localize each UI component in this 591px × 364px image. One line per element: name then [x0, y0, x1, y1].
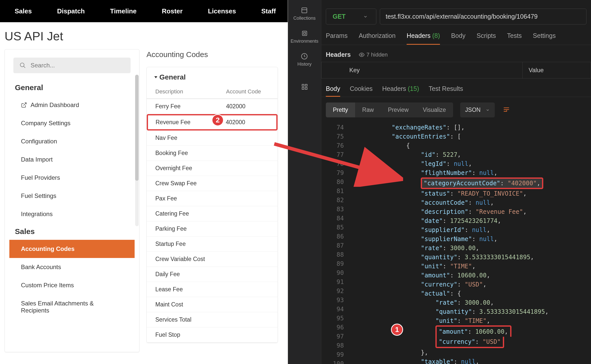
acct-row[interactable]: Crew Variable Cost [147, 252, 278, 267]
postman-main: GET test.fl3xx.com/api/external/accounti… [321, 0, 591, 364]
sidebar-item-data-import[interactable]: Data Import [9, 150, 135, 169]
topnav-licenses[interactable]: Licenses [195, 7, 249, 15]
kv-header: Key Value [321, 62, 591, 79]
view-preview[interactable]: Preview [381, 102, 416, 117]
search-box[interactable] [13, 58, 131, 73]
view-visualize[interactable]: Visualize [416, 102, 453, 117]
collections-icon [301, 7, 308, 14]
acct-row[interactable]: Lease Fee [147, 282, 278, 297]
sidebar-item-configuration[interactable]: Configuration [9, 132, 135, 150]
method-label: GET [333, 13, 346, 20]
section-general: General [9, 79, 135, 96]
tab-authorization[interactable]: Authorization [359, 32, 396, 45]
environments-icon [301, 30, 308, 37]
resp-tab-headers[interactable]: Headers (15) [382, 85, 419, 97]
tab-body[interactable]: Body [451, 32, 465, 45]
topnav-timeline[interactable]: Timeline [97, 7, 149, 15]
method-select[interactable]: GET [326, 9, 376, 24]
tab-settings[interactable]: Settings [533, 32, 556, 45]
svg-rect-6 [304, 32, 306, 34]
acct-row[interactable]: Ferry Fee402000 [147, 99, 278, 114]
rail-collections[interactable]: Collections [293, 4, 315, 24]
top-nav: SalesDispatchTimelineRosterLicensesStaff [0, 0, 288, 22]
sidebar-item-company-settings[interactable]: Company Settings [9, 114, 135, 132]
wrap-toggle[interactable] [500, 103, 513, 117]
col-account-code: Account Code [226, 88, 269, 95]
topnav-staff[interactable]: Staff [249, 7, 288, 15]
svg-rect-9 [305, 84, 307, 86]
url-input[interactable]: test.fl3xx.com/api/external/accounting/b… [380, 9, 586, 24]
svg-rect-5 [302, 31, 307, 36]
tab-scripts[interactable]: Scripts [477, 32, 496, 45]
sidebar-item-sales-email-attachments-recipients[interactable]: Sales Email Attachments & Recipients [9, 294, 135, 320]
svg-line-2 [23, 103, 26, 106]
chevron-down-icon [486, 108, 490, 112]
col-description: Description [155, 88, 226, 95]
tab-tests[interactable]: Tests [507, 32, 522, 45]
eye-icon [359, 52, 364, 58]
topnav-sales[interactable]: Sales [10, 7, 44, 15]
scroll-thumb[interactable] [135, 75, 139, 181]
sidebar-item-admin-dashboard[interactable]: Admin Dashboard [9, 96, 135, 114]
wrap-icon [503, 106, 510, 113]
section-sales: Sales [9, 223, 135, 240]
request-tabs: ParamsAuthorizationHeaders (8)BodyScript… [321, 24, 591, 45]
search-input[interactable] [31, 62, 125, 69]
acct-row[interactable]: Parking Fee [147, 221, 278, 237]
response-tabs: BodyCookiesHeaders (15)Test Results [321, 79, 591, 97]
grid-icon [301, 83, 308, 91]
sidebar-item-bank-accounts[interactable]: Bank Accounts [9, 258, 135, 276]
rail-history[interactable]: History [297, 50, 311, 70]
acct-row[interactable]: Nav Fee [147, 131, 278, 146]
sidebar-item-integrations[interactable]: Integrations [9, 205, 135, 223]
acct-row[interactable]: Maint Cost [147, 297, 278, 312]
view-row: PrettyRawPreviewVisualize JSON [321, 97, 591, 123]
topnav-roster[interactable]: Roster [149, 7, 195, 15]
content-row: GeneralAdmin DashboardCompany SettingsCo… [0, 47, 288, 364]
history-icon [301, 53, 308, 60]
acct-title: Accounting Codes [146, 50, 288, 59]
acct-row[interactable]: Daily Fee [147, 267, 278, 282]
resp-tab-cookies[interactable]: Cookies [350, 85, 373, 97]
view-raw[interactable]: Raw [355, 102, 381, 117]
topnav-dispatch[interactable]: Dispatch [44, 7, 97, 15]
sidebar: GeneralAdmin DashboardCompany SettingsCo… [5, 49, 139, 352]
tab-params[interactable]: Params [326, 32, 348, 45]
acct-row[interactable]: Overnight Fee [147, 161, 278, 176]
acct-row[interactable]: Catering Fee [147, 206, 278, 221]
scrollbar[interactable] [135, 75, 139, 226]
sidebar-item-custom-price-items[interactable]: Custom Price Items [9, 276, 135, 294]
resp-tab-test-results[interactable]: Test Results [429, 85, 463, 97]
acct-card: General Description Account Code Ferry F… [146, 67, 278, 343]
table-header: Description Account Code [147, 86, 278, 99]
acct-row[interactable]: Booking Fee [147, 146, 278, 161]
format-select[interactable]: JSON [460, 102, 495, 117]
kv-key-header: Key [322, 62, 523, 78]
sidebar-item-fuel-settings[interactable]: Fuel Settings [9, 187, 135, 205]
acct-panel: Accounting Codes General Description Acc… [146, 49, 288, 364]
resp-tab-body[interactable]: Body [326, 85, 340, 97]
response-body[interactable]: 7475767778798081828384858687888990919293… [321, 123, 591, 364]
svg-point-12 [361, 54, 362, 56]
rail-environments[interactable]: Environments [290, 27, 318, 47]
acct-row[interactable]: Pax Fee [147, 191, 278, 206]
headers-subrow: Headers 7 hidden [321, 45, 591, 62]
hidden-toggle[interactable]: 7 hidden [359, 51, 388, 58]
view-pretty[interactable]: Pretty [326, 102, 355, 117]
acct-row[interactable]: Crew Swap Fee [147, 176, 278, 191]
acct-row[interactable]: Startup Fee [147, 237, 278, 252]
badge-1: 1 [391, 324, 403, 336]
tab-headers[interactable]: Headers (8) [407, 32, 440, 45]
svg-rect-3 [302, 8, 307, 13]
svg-line-1 [23, 66, 25, 68]
rail-more[interactable] [301, 81, 308, 94]
acct-group-toggle[interactable]: General [147, 70, 278, 86]
request-row: GET test.fl3xx.com/api/external/accounti… [321, 0, 591, 24]
svg-rect-10 [302, 88, 304, 90]
acct-row[interactable]: Services Total [147, 312, 278, 327]
postman-rail: CollectionsEnvironmentsHistory [288, 0, 321, 364]
acct-row[interactable]: Fuel Stop [147, 327, 278, 343]
external-link-icon [21, 102, 27, 108]
sidebar-item-accounting-codes[interactable]: Accounting Codes [9, 240, 135, 258]
sidebar-item-fuel-providers[interactable]: Fuel Providers [9, 169, 135, 187]
